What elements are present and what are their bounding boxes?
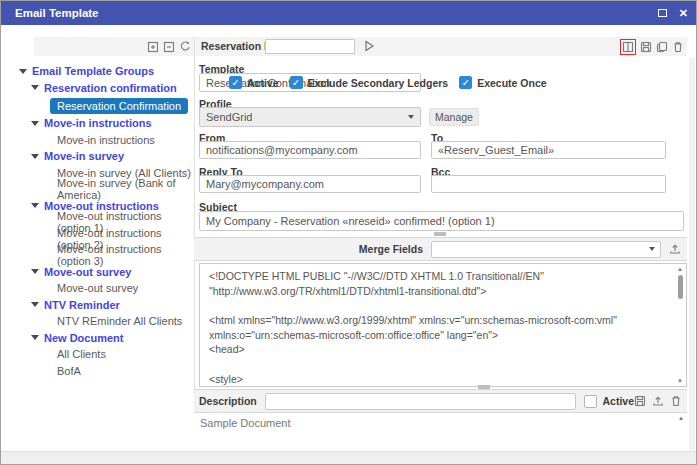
columns-icon[interactable] bbox=[622, 41, 634, 53]
tree-expand-arrow[interactable] bbox=[31, 203, 39, 208]
active-label: Active bbox=[247, 77, 279, 89]
merge-fields-label: Merge Fields bbox=[359, 243, 423, 255]
subject-input[interactable] bbox=[199, 211, 684, 231]
tree-item-move-in-instructions[interactable]: Move-in instructions bbox=[1, 132, 193, 149]
tree-expand-arrow[interactable] bbox=[31, 302, 39, 307]
chevron-down-icon bbox=[408, 115, 414, 119]
template-tree: Email Template Groups Reservation confir… bbox=[1, 59, 193, 450]
save-icon[interactable] bbox=[640, 41, 652, 53]
tree-expand-arrow[interactable] bbox=[31, 121, 39, 126]
save-icon[interactable] bbox=[634, 395, 646, 407]
execute-once-checkbox[interactable]: ✓ bbox=[459, 76, 472, 89]
template-options: ✓ Active ✓ Exclude Secondary Ledgers ✓ E… bbox=[229, 76, 547, 89]
description-active-checkbox[interactable]: ✓ bbox=[584, 395, 597, 408]
window-footer bbox=[1, 451, 696, 464]
merge-fields-select[interactable] bbox=[431, 241, 661, 258]
refresh-icon[interactable] bbox=[179, 40, 192, 53]
description-bar: Description ✓ Active bbox=[194, 389, 687, 413]
body-scrollbar[interactable]: ▲ ▼ bbox=[675, 265, 685, 385]
tree-group-reservation-confirmation[interactable]: Reservation confirmation bbox=[1, 80, 193, 97]
profile-select[interactable]: SendGrid bbox=[199, 107, 421, 127]
scroll-up-icon[interactable]: ▲ bbox=[677, 265, 683, 273]
play-icon[interactable] bbox=[364, 40, 375, 52]
tree-item-bofa[interactable]: BofA bbox=[1, 363, 193, 380]
expand-all-icon[interactable] bbox=[147, 40, 159, 53]
reply-to-input[interactable] bbox=[199, 175, 421, 193]
merge-fields-bar: Merge Fields bbox=[194, 237, 687, 261]
active-checkbox[interactable]: ✓ bbox=[229, 76, 242, 89]
tree-group-new-document[interactable]: New Document bbox=[1, 330, 193, 347]
window-title: Email Template bbox=[15, 7, 99, 19]
body-html-content[interactable]: <!DOCTYPE HTML PUBLIC "-//W3C//DTD XHTML… bbox=[200, 264, 674, 386]
tree-expand-arrow[interactable] bbox=[19, 69, 27, 74]
upload-icon[interactable] bbox=[669, 243, 681, 255]
scroll-thumb[interactable] bbox=[678, 275, 683, 299]
reservation-id-label: Reservation ID bbox=[201, 40, 275, 52]
reservation-id-input[interactable] bbox=[265, 39, 355, 54]
tree-group-ntv-reminder[interactable]: NTV Reminder bbox=[1, 297, 193, 314]
exclude-secondary-ledgers-label: Exclude Secondary Ledgers bbox=[308, 77, 449, 89]
scroll-up-icon[interactable]: ▲ bbox=[678, 414, 684, 422]
description-active-label: Active bbox=[602, 395, 634, 407]
tree-expand-arrow[interactable] bbox=[31, 85, 39, 90]
splitter-grip[interactable] bbox=[434, 232, 446, 236]
tree-expand-arrow[interactable] bbox=[31, 154, 39, 159]
main-toolbar: Reservation ID bbox=[34, 37, 687, 56]
delete-icon[interactable] bbox=[672, 41, 684, 53]
from-input[interactable] bbox=[199, 141, 421, 159]
tree-expand-arrow[interactable] bbox=[31, 335, 39, 340]
bcc-input[interactable] bbox=[431, 175, 666, 193]
chevron-down-icon bbox=[649, 247, 655, 251]
tree-group-move-in-instructions[interactable]: Move-in instructions bbox=[1, 115, 193, 132]
list-item[interactable]: Sample Document bbox=[194, 413, 687, 429]
email-template-window: Email Template ✕ Reservation ID bbox=[0, 0, 697, 465]
collapse-all-icon[interactable] bbox=[163, 40, 175, 53]
tree-item-ntv-reminder-all-clients[interactable]: NTV REminder All Clients bbox=[1, 313, 193, 330]
upload-icon[interactable] bbox=[652, 395, 664, 407]
description-input[interactable] bbox=[265, 393, 577, 410]
tree-item-reservation-confirmation-selected[interactable]: Reservation Confirmation bbox=[1, 96, 193, 115]
delete-icon[interactable] bbox=[670, 395, 682, 407]
highlight-box bbox=[620, 39, 636, 55]
tree-group-move-in-survey[interactable]: Move-in survey bbox=[1, 148, 193, 165]
window-content: Reservation ID bbox=[1, 25, 696, 464]
tree-expand-arrow[interactable] bbox=[31, 269, 39, 274]
tree-group-email-template-groups[interactable]: Email Template Groups bbox=[1, 63, 193, 80]
titlebar: Email Template ✕ bbox=[1, 1, 696, 25]
tree-item-move-in-survey-bank-of-america[interactable]: Move-in survey (Bank of America) bbox=[1, 181, 193, 198]
copy-icon[interactable] bbox=[656, 41, 668, 53]
restore-icon[interactable] bbox=[658, 9, 667, 17]
tree-item-move-out-survey[interactable]: Move-out survey bbox=[1, 280, 193, 297]
close-icon[interactable]: ✕ bbox=[679, 8, 688, 19]
form-scrollbar-track[interactable] bbox=[689, 58, 695, 450]
manage-button[interactable]: Manage bbox=[429, 108, 479, 126]
tree-item-move-out-instructions-option-3[interactable]: Move-out instructions (option 3) bbox=[1, 247, 193, 264]
scroll-down-icon[interactable]: ▼ bbox=[677, 377, 683, 385]
description-label: Description bbox=[199, 395, 257, 407]
exclude-secondary-ledgers-checkbox[interactable]: ✓ bbox=[290, 76, 303, 89]
selected-node[interactable]: Reservation Confirmation bbox=[50, 98, 188, 114]
tree-item-all-clients[interactable]: All Clients bbox=[1, 346, 193, 363]
execute-once-label: Execute Once bbox=[477, 77, 546, 89]
body-html-editor[interactable]: <!DOCTYPE HTML PUBLIC "-//W3C//DTD XHTML… bbox=[199, 263, 687, 387]
to-input[interactable] bbox=[431, 141, 666, 159]
